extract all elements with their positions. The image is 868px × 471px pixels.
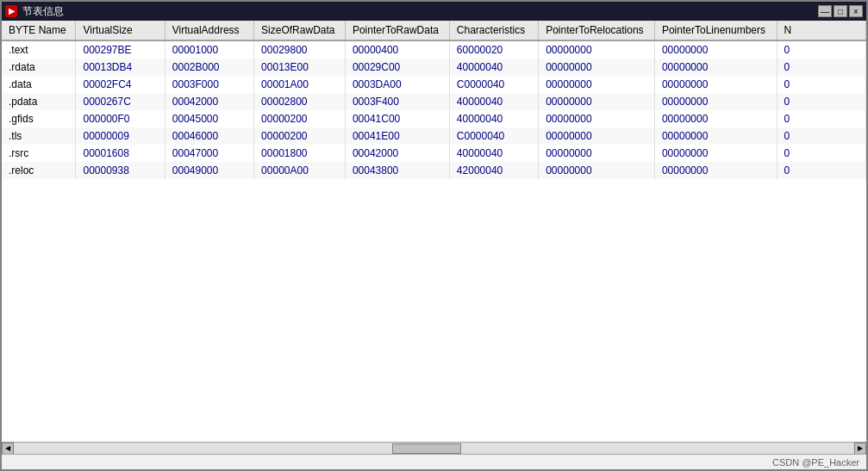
content-area: BYTE Name VirtualSize VirtualAddress Siz… [2, 21, 866, 454]
sections-table: BYTE Name VirtualSize VirtualAddress Siz… [2, 21, 866, 179]
table-cell-3: 00013E00 [254, 59, 346, 76]
table-container[interactable]: BYTE Name VirtualSize VirtualAddress Siz… [2, 21, 866, 442]
table-cell-4: 0003DA00 [345, 76, 449, 93]
col-header-sizeofrawdata: SizeOfRawData [254, 21, 346, 40]
table-cell-4: 0003F400 [345, 93, 449, 110]
table-cell-0: .rdata [2, 59, 76, 76]
title-bar-controls: — □ × [818, 5, 863, 17]
status-bar: CSDN @PE_Hacker [2, 454, 866, 469]
table-cell-5: 40000040 [449, 145, 538, 162]
table-cell-8: 0 [777, 59, 865, 76]
table-cell-3: 00000200 [254, 110, 346, 127]
close-button[interactable]: × [849, 5, 863, 17]
table-cell-8: 0 [777, 110, 865, 127]
table-cell-6: 00000000 [539, 110, 655, 127]
table-cell-6: 00000000 [539, 76, 655, 93]
table-cell-5: C0000040 [449, 76, 538, 93]
table-cell-7: 00000000 [654, 110, 777, 127]
table-cell-3: 00001A00 [254, 76, 346, 93]
title-bar: ▶ 节表信息 — □ × [2, 2, 866, 21]
table-cell-0: .gfids [2, 110, 76, 127]
table-cell-7: 00000000 [654, 76, 777, 93]
table-cell-2: 00049000 [165, 162, 253, 179]
table-cell-4: 00043800 [345, 162, 449, 179]
table-cell-5: C0000040 [449, 127, 538, 145]
col-header-n: N [777, 21, 865, 40]
table-cell-2: 00046000 [165, 127, 253, 145]
table-cell-1: 00000009 [76, 127, 165, 145]
table-cell-1: 00000938 [76, 162, 165, 179]
table-cell-8: 0 [777, 93, 865, 110]
main-window: ▶ 节表信息 — □ × BYTE Name VirtualSize Virtu… [0, 0, 868, 471]
table-cell-3: 00000200 [254, 127, 346, 145]
table-cell-1: 00001608 [76, 145, 165, 162]
table-cell-1: 000000F0 [76, 110, 165, 127]
table-row[interactable]: .rsrc00001608000470000000180000042000400… [2, 145, 866, 162]
scrollbar-thumb[interactable] [392, 443, 461, 454]
table-row[interactable]: .data00002FC40003F00000001A000003DA00C00… [2, 76, 866, 93]
table-cell-0: .pdata [2, 93, 76, 110]
table-cell-3: 00002800 [254, 93, 346, 110]
status-text: CSDN @PE_Hacker [772, 457, 859, 468]
table-row[interactable]: .pdata0000267C00042000000028000003F40040… [2, 93, 866, 110]
table-cell-4: 00029C00 [345, 59, 449, 76]
table-cell-7: 00000000 [654, 40, 777, 59]
table-cell-8: 0 [777, 76, 865, 93]
table-cell-2: 0003F000 [165, 76, 253, 93]
table-cell-2: 00001000 [165, 40, 253, 59]
table-cell-7: 00000000 [654, 59, 777, 76]
table-cell-8: 0 [777, 127, 865, 145]
table-cell-5: 42000040 [449, 162, 538, 179]
table-cell-4: 00042000 [345, 145, 449, 162]
table-cell-2: 00045000 [165, 110, 253, 127]
table-row[interactable]: .rdata00013DB40002B00000013E0000029C0040… [2, 59, 866, 76]
table-cell-8: 0 [777, 162, 865, 179]
table-cell-2: 00047000 [165, 145, 253, 162]
table-cell-5: 40000040 [449, 110, 538, 127]
table-cell-5: 60000020 [449, 40, 538, 59]
table-cell-1: 0000267C [76, 93, 165, 110]
table-row[interactable]: .reloc000009380004900000000A000004380042… [2, 162, 866, 179]
table-cell-0: .text [2, 40, 76, 59]
col-header-virtualsize: VirtualSize [76, 21, 165, 40]
table-cell-5: 40000040 [449, 59, 538, 76]
table-cell-2: 00042000 [165, 93, 253, 110]
table-cell-0: .rsrc [2, 145, 76, 162]
table-cell-6: 00000000 [539, 127, 655, 145]
table-cell-0: .data [2, 76, 76, 93]
table-cell-5: 40000040 [449, 93, 538, 110]
table-row[interactable]: .text000297BE000010000002980000000400600… [2, 40, 866, 59]
table-cell-6: 00000000 [539, 59, 655, 76]
table-cell-4: 00041E00 [345, 127, 449, 145]
restore-button[interactable]: □ [834, 5, 847, 17]
window-title: 节表信息 [22, 4, 64, 19]
col-header-name: BYTE Name [2, 21, 76, 40]
table-row[interactable]: .tls00000009000460000000020000041E00C000… [2, 127, 866, 145]
title-bar-left: ▶ 节表信息 [5, 4, 64, 19]
table-cell-8: 0 [777, 145, 865, 162]
scroll-right-button[interactable]: ▶ [854, 443, 866, 455]
table-cell-0: .tls [2, 127, 76, 145]
minimize-button[interactable]: — [818, 5, 832, 17]
col-header-characteristics: Characteristics [449, 21, 538, 40]
table-cell-3: 00000A00 [254, 162, 346, 179]
table-cell-1: 00013DB4 [76, 59, 165, 76]
table-cell-0: .reloc [2, 162, 76, 179]
col-header-virtualaddress: VirtualAddress [165, 21, 253, 40]
table-cell-6: 00000000 [539, 93, 655, 110]
col-header-pointertorawdata: PointerToRawData [345, 21, 449, 40]
table-header-row: BYTE Name VirtualSize VirtualAddress Siz… [2, 21, 866, 40]
scrollbar-track[interactable] [14, 443, 854, 455]
table-cell-8: 0 [777, 40, 865, 59]
table-cell-4: 00041C00 [345, 110, 449, 127]
col-header-pointertolinenumbers: PointerToLinenumbers [654, 21, 777, 40]
table-cell-7: 00000000 [654, 127, 777, 145]
table-row[interactable]: .gfids000000F0000450000000020000041C0040… [2, 110, 866, 127]
scroll-left-button[interactable]: ◀ [2, 443, 14, 455]
table-cell-3: 00001800 [254, 145, 346, 162]
table-cell-6: 00000000 [539, 145, 655, 162]
table-cell-1: 000297BE [76, 40, 165, 59]
table-cell-7: 00000000 [654, 93, 777, 110]
table-cell-7: 00000000 [654, 145, 777, 162]
horizontal-scrollbar[interactable]: ◀ ▶ [2, 442, 866, 454]
